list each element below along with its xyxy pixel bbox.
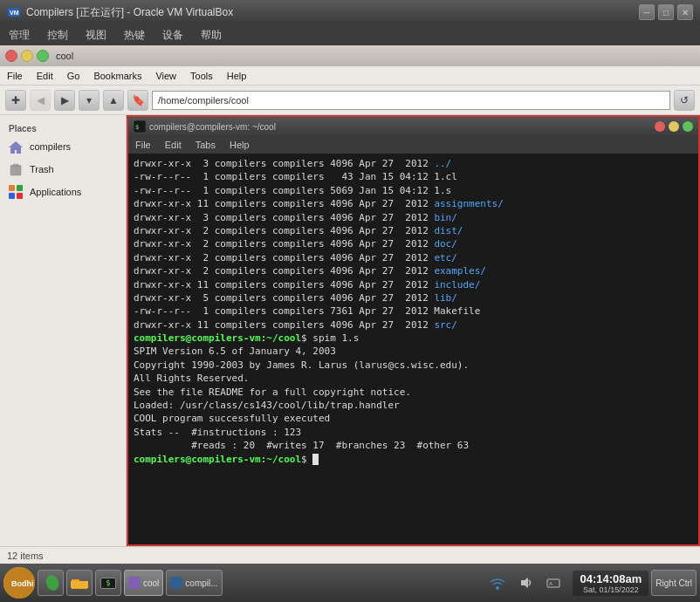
terminal-minimize-button[interactable] <box>669 121 679 132</box>
terminal-file-line: drwxr-xr-x 11 compilers compilers 4096 A… <box>134 197 693 210</box>
nautilus-sidebar: Places compilers Trash <box>0 115 127 546</box>
terminal-output-line: #reads : 20 #writes 17 #branches 23 #oth… <box>134 439 693 452</box>
svg-rect-2 <box>10 166 21 175</box>
terminal-file-line: drwxr-xr-x 5 compilers compilers 4096 Ap… <box>134 291 693 304</box>
nautilus-toolbar: ✚ ◀ ▶ ▾ ▲ 🔖 /home/compilers/cool ↺ <box>0 86 700 115</box>
taskbar: Bodhi cool compil... A <box>0 564 700 602</box>
nautilus-menu-go[interactable]: Go <box>64 70 84 82</box>
terminal-file-line: drwxr-xr-x 3 compilers compilers 4096 Ap… <box>134 211 693 224</box>
nautilus-address-bar[interactable]: /home/compilers/cool <box>152 91 670 110</box>
sidebar-item-trash[interactable]: Trash <box>0 158 126 181</box>
nautilus-menu-file[interactable]: File <box>3 70 26 82</box>
nautilus-minimize-button[interactable]: ─ <box>21 50 33 62</box>
terminal-file-line: drwxr-xr-x 11 compilers compilers 4096 A… <box>134 278 693 291</box>
system-tray: A <box>481 570 570 596</box>
terminal-output-line: SPIM Version 6.5 of January 4, 2003 <box>134 345 693 358</box>
terminal-menu-tabs[interactable]: Tabs <box>192 139 219 151</box>
nautilus-window-controls: ✕ ─ □ <box>5 50 49 62</box>
nautilus-new-button[interactable]: ✚ <box>5 90 26 111</box>
vbox-maximize-button[interactable]: □ <box>658 4 674 20</box>
svg-text:A: A <box>549 581 552 586</box>
terminal-final-prompt: compilers@compilers-vm:~/cool$ <box>134 453 693 466</box>
sidebar-label-trash: Trash <box>30 164 54 174</box>
nautilus-menubar: File Edit Go Bookmarks View Tools Help <box>0 66 700 86</box>
nautilus-dropdown-button[interactable]: ▾ <box>79 90 100 111</box>
right-ctrl-button[interactable]: Right Ctrl <box>651 570 697 596</box>
taskbar-cool-label: cool <box>143 578 159 588</box>
svg-point-17 <box>496 586 499 590</box>
terminal-file-line: drwxr-xr-x 2 compilers compilers 4096 Ap… <box>134 237 693 250</box>
terminal-menu-edit[interactable]: Edit <box>161 139 185 151</box>
vbox-title: Compilers [正在运行] - Oracle VM VirtualBox <box>26 5 639 20</box>
nautilus-close-button[interactable]: ✕ <box>5 50 17 62</box>
nautilus-back-button[interactable]: ◀ <box>30 90 51 111</box>
terminal-output-line: All Rights Reserved. <box>134 372 693 385</box>
sidebar-label-applications: Applications <box>30 187 81 197</box>
vbox-menubar: 管理 控制 视图 热键 设备 帮助 <box>0 24 700 45</box>
svg-rect-5 <box>9 185 15 191</box>
nautilus-menu-tools[interactable]: Tools <box>187 70 216 82</box>
terminal-output-line: Stats -- #instructions : 123 <box>134 426 693 439</box>
nautilus-menu-view[interactable]: View <box>152 70 180 82</box>
taskbar-terminal-button[interactable] <box>95 570 121 596</box>
terminal-file-line: -rw-r--r-- 1 compilers compilers 5069 Ja… <box>134 184 693 197</box>
home-icon <box>7 138 24 155</box>
nautilus-up-button[interactable]: ▲ <box>103 90 124 111</box>
nautilus-menu-help[interactable]: Help <box>223 70 250 82</box>
nautilus-titlebar: ✕ ─ □ cool <box>0 45 700 66</box>
terminal-file-line: -rw-r--r-- 1 compilers compilers 7361 Ap… <box>134 304 693 318</box>
vbox-menu-devices[interactable]: 设备 <box>159 26 187 44</box>
nautilus-window: ✕ ─ □ cool File Edit Go Bookmarks View T… <box>0 45 700 564</box>
nautilus-reload-button[interactable]: ↺ <box>674 90 695 111</box>
nautilus-statusbar: 12 items <box>0 546 700 564</box>
taskbar-cool-button[interactable]: cool <box>124 570 163 596</box>
svg-rect-15 <box>128 577 141 589</box>
taskbar-leaf-button[interactable] <box>38 570 64 596</box>
vbox-menu-view[interactable]: 视图 <box>82 26 110 44</box>
terminal-file-line: drwxr-xr-x 2 compilers compilers 4096 Ap… <box>134 224 693 237</box>
sidebar-label-compilers: compilers <box>30 141 71 152</box>
nautilus-menu-edit[interactable]: Edit <box>33 70 57 82</box>
terminal-close-button[interactable] <box>655 121 665 132</box>
vbox-menu-manage[interactable]: 管理 <box>5 26 33 44</box>
svg-rect-7 <box>9 193 15 199</box>
network-icon-button[interactable] <box>484 570 511 596</box>
folder-icon <box>71 576 88 590</box>
taskbar-files-button[interactable] <box>66 570 93 596</box>
terminal-window-icon: $ <box>134 120 146 133</box>
nautilus-forward-button[interactable]: ▶ <box>54 90 75 111</box>
sidebar-item-applications[interactable]: Applications <box>0 181 126 203</box>
vbox-minimize-button[interactable]: ─ <box>639 4 655 20</box>
vbox-close-button[interactable]: ✕ <box>677 4 693 20</box>
terminal-menu-help[interactable]: Help <box>226 139 253 151</box>
terminal-content[interactable]: drwxr-xr-x 3 compilers compilers 4096 Ap… <box>128 154 698 544</box>
clock-time: 04:14:08am <box>580 572 642 585</box>
input-icon-button[interactable]: A <box>540 570 566 596</box>
terminal-output-line: COOL program successfully executed <box>134 412 693 425</box>
terminal-file-line: drwxr-xr-x 3 compilers compilers 4096 Ap… <box>134 157 693 170</box>
vbox-window-controls: ─ □ ✕ <box>639 4 693 20</box>
svg-marker-18 <box>521 578 528 588</box>
trash-icon <box>7 161 24 178</box>
terminal-icon <box>100 578 116 589</box>
svg-text:Bodhi: Bodhi <box>11 579 34 588</box>
terminal-maximize-button[interactable] <box>683 121 693 132</box>
nautilus-bookmark-button[interactable]: 🔖 <box>127 90 148 111</box>
terminal-titlebar: $ compilers@compilers-vm: ~/cool <box>128 117 698 136</box>
terminal-file-line: -rw-r--r-- 1 compilers compilers 43 Jan … <box>134 170 693 183</box>
nautilus-maximize-button[interactable]: □ <box>37 50 49 62</box>
svg-rect-6 <box>17 185 23 191</box>
terminal-file-line: drwxr-xr-x 2 compilers compilers 4096 Ap… <box>134 251 693 264</box>
clock-area: 04:14:08am Sat, 01/15/2022 <box>573 571 649 596</box>
cool-window-icon <box>128 577 141 589</box>
vbox-menu-hotkey[interactable]: 热键 <box>120 26 148 44</box>
vbox-menu-help[interactable]: 帮助 <box>197 26 225 44</box>
vbox-menu-control[interactable]: 控制 <box>44 26 72 44</box>
sidebar-item-compilers[interactable]: compilers <box>0 135 126 158</box>
svg-rect-8 <box>17 193 23 199</box>
audio-icon-button[interactable] <box>512 570 539 596</box>
leaf-icon <box>42 574 59 592</box>
taskbar-compil-button[interactable]: compil... <box>166 570 222 596</box>
terminal-menu-file[interactable]: File <box>132 139 154 151</box>
nautilus-menu-bookmarks[interactable]: Bookmarks <box>90 70 145 82</box>
